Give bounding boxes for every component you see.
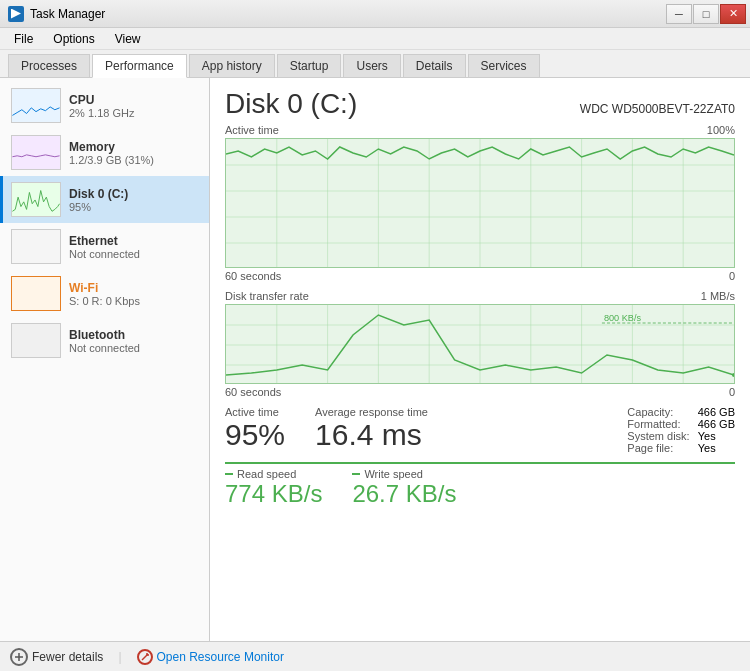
write-speed-label: Write speed [364,468,423,480]
resource-monitor-icon [137,649,153,665]
svg-rect-2 [12,277,59,310]
disk-title: Disk 0 (C:) [225,88,357,120]
bluetooth-info: Bluetooth Not connected [69,328,201,354]
ethernet-thumbnail [11,229,61,264]
svg-line-34 [142,654,148,660]
title-buttons: ─ □ ✕ [666,4,746,24]
write-icon [352,473,360,475]
chart1-time: 60 seconds [225,270,281,282]
ethernet-label: Ethernet [69,234,201,248]
memory-value: 1.2/3.9 GB (31%) [69,154,201,166]
avg-response-stat: Average response time 16.4 ms [315,406,428,452]
speed-section: Read speed 774 KB/s Write speed 26.7 KB/… [225,462,735,508]
sidebar-item-cpu[interactable]: CPU 2% 1.18 GHz [0,82,209,129]
maximize-button[interactable]: □ [693,4,719,24]
cpu-value: 2% 1.18 GHz [69,107,201,119]
formatted-label: Formatted: [627,418,697,430]
disk-model: WDC WD5000BEVT-22ZAT0 [580,102,735,116]
chart2-min: 0 [729,386,735,398]
capacity-row: Capacity: 466 GB [627,406,735,418]
active-time-chart [225,138,735,268]
system-disk-value: Yes [698,430,735,442]
bluetooth-thumbnail [11,323,61,358]
sidebar-item-ethernet[interactable]: Ethernet Not connected [0,223,209,270]
tab-processes[interactable]: Processes [8,54,90,77]
fewer-details-button[interactable]: Fewer details [10,648,103,666]
chart2-max: 1 MB/s [701,290,735,302]
system-disk-label: System disk: [627,430,697,442]
chart1-max: 100% [707,124,735,136]
chart1-label: Active time [225,124,279,136]
sidebar-item-bluetooth[interactable]: Bluetooth Not connected [0,317,209,364]
sidebar-item-memory[interactable]: Memory 1.2/3.9 GB (31%) [0,129,209,176]
menu-options[interactable]: Options [45,30,102,48]
svg-text:800 KB/s: 800 KB/s [604,313,642,323]
disk-header: Disk 0 (C:) WDC WD5000BEVT-22ZAT0 [225,88,735,120]
formatted-value: 466 GB [698,418,735,430]
chart2-time: 60 seconds [225,386,281,398]
tab-details[interactable]: Details [403,54,466,77]
separator: | [118,650,121,664]
read-speed: Read speed 774 KB/s [225,468,322,508]
page-file-row: Page file: Yes [627,442,735,454]
chart1-label-row: Active time 100% [225,124,735,136]
bottom-bar: Fewer details | Open Resource Monitor [0,641,750,671]
cpu-label: CPU [69,93,201,107]
bluetooth-value: Not connected [69,342,201,354]
menu-file[interactable]: File [6,30,41,48]
disk-details: Capacity: 466 GB Formatted: 466 GB Syste… [627,406,735,454]
disk-value: 95% [69,201,201,213]
read-speed-label-row: Read speed [225,468,322,480]
title-left: Task Manager [8,6,105,22]
chart1-min: 0 [729,270,735,282]
tab-app-history[interactable]: App history [189,54,275,77]
title-bar: Task Manager ─ □ ✕ [0,0,750,28]
tab-users[interactable]: Users [343,54,400,77]
disk-label: Disk 0 (C:) [69,187,201,201]
fewer-details-label: Fewer details [32,650,103,664]
chart2-footer: 60 seconds 0 [225,386,735,398]
cpu-thumbnail [11,88,61,123]
capacity-value: 466 GB [698,406,735,418]
disk-info: Disk 0 (C:) 95% [69,187,201,213]
wifi-info: Wi-Fi S: 0 R: 0 Kbps [69,281,201,307]
disk-thumbnail [11,182,61,217]
page-file-label: Page file: [627,442,697,454]
tab-performance[interactable]: Performance [92,54,187,78]
open-resource-monitor[interactable]: Open Resource Monitor [137,649,284,665]
sidebar-item-wifi[interactable]: Wi-Fi S: 0 R: 0 Kbps [0,270,209,317]
menu-view[interactable]: View [107,30,149,48]
stats-row: Active time 95% Average response time 16… [225,406,735,454]
bluetooth-label: Bluetooth [69,328,201,342]
active-time-chart-section: Active time 100% [225,124,735,282]
sidebar: CPU 2% 1.18 GHz Memory 1.2/3.9 GB (31%) [0,78,210,641]
tab-startup[interactable]: Startup [277,54,342,77]
write-speed-label-row: Write speed [352,468,456,480]
minimize-button[interactable]: ─ [666,4,692,24]
menu-bar: File Options View [0,28,750,50]
close-button[interactable]: ✕ [720,4,746,24]
sidebar-item-disk[interactable]: Disk 0 (C:) 95% [0,176,209,223]
chart2-label: Disk transfer rate [225,290,309,302]
chart1-footer: 60 seconds 0 [225,270,735,282]
wifi-thumbnail [11,276,61,311]
avg-response-label: Average response time [315,406,428,418]
svg-rect-1 [12,230,59,263]
tab-services[interactable]: Services [468,54,540,77]
tab-bar: Processes Performance App history Startu… [0,50,750,78]
window-title: Task Manager [30,7,105,21]
resource-monitor-label: Open Resource Monitor [157,650,284,664]
memory-label: Memory [69,140,201,154]
wifi-value: S: 0 R: 0 Kbps [69,295,201,307]
transfer-rate-chart-section: Disk transfer rate 1 MB/s [225,290,735,398]
system-disk-row: System disk: Yes [627,430,735,442]
ethernet-value: Not connected [69,248,201,260]
memory-thumbnail [11,135,61,170]
read-speed-value: 774 KB/s [225,480,322,508]
content-area: Disk 0 (C:) WDC WD5000BEVT-22ZAT0 Active… [210,78,750,641]
avg-response-value: 16.4 ms [315,418,428,452]
cpu-info: CPU 2% 1.18 GHz [69,93,201,119]
task-manager-icon [8,6,24,22]
page-file-value: Yes [698,442,735,454]
active-time-value: 95% [225,418,285,452]
